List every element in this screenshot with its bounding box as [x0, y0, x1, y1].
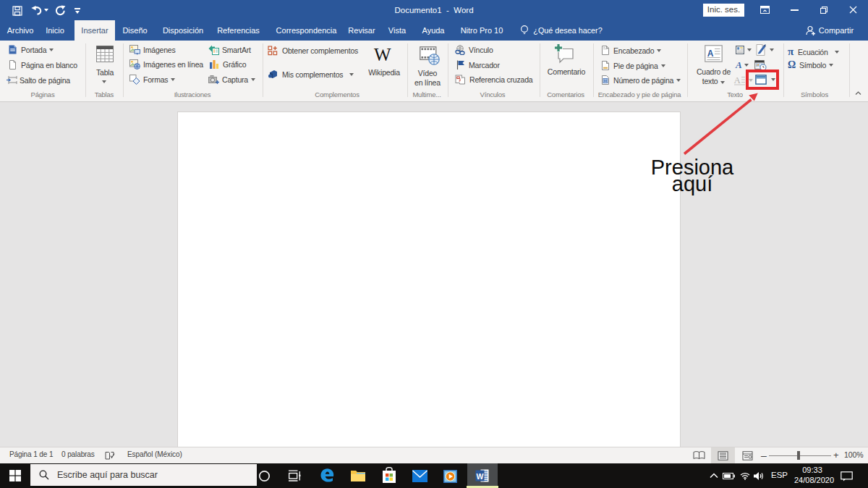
svg-text:A: A	[733, 75, 741, 85]
svg-text:W: W	[477, 472, 484, 481]
svg-text:A: A	[707, 49, 714, 59]
